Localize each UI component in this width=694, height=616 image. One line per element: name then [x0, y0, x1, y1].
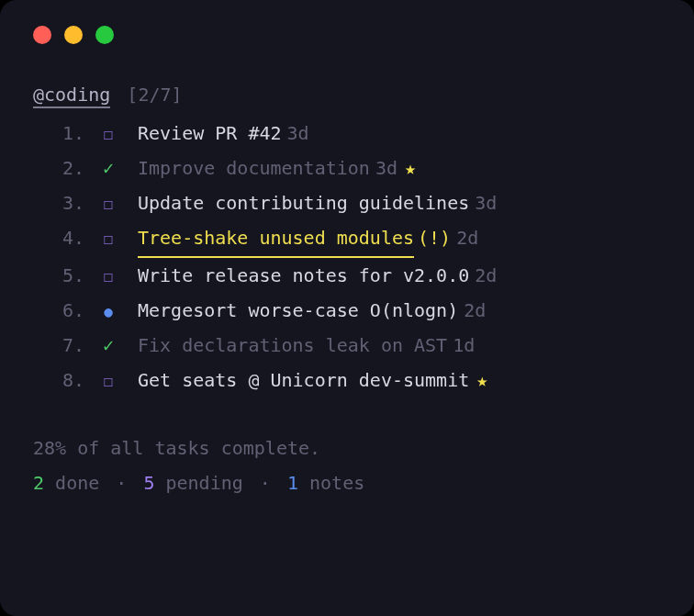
- task-number: 3.: [33, 185, 84, 220]
- separator: ·: [116, 472, 127, 494]
- task-list: 1.☐Review PR #423d2.✓Improve documentati…: [33, 116, 661, 398]
- stats-line: 2 done · 5 pending · 1 notes: [33, 465, 661, 500]
- task-row[interactable]: 4.☐Tree-shake unused modules (!)2d: [33, 220, 661, 258]
- checkbox-icon[interactable]: ☐: [95, 261, 121, 292]
- task-number: 4.: [33, 220, 84, 255]
- tag-label[interactable]: @coding: [33, 84, 110, 108]
- task-text: Update contributing guidelines: [138, 185, 469, 220]
- pending-count: 5: [143, 472, 154, 494]
- task-age: 2d: [475, 258, 497, 293]
- task-row[interactable]: 5.☐Write release notes for v2.0.02d: [33, 258, 661, 293]
- maximize-icon[interactable]: [95, 26, 114, 44]
- notes-label: notes: [298, 472, 364, 494]
- task-row[interactable]: 6.●Mergesort worse-case O(nlogn)2d: [33, 293, 661, 328]
- task-text: Improve documentation: [138, 151, 370, 185]
- task-age: 2d: [456, 220, 478, 255]
- star-icon[interactable]: ★: [405, 151, 416, 185]
- list-header: @coding [2/7]: [33, 77, 661, 112]
- task-age: 2d: [464, 293, 486, 328]
- star-icon[interactable]: ★: [476, 363, 487, 398]
- task-text: Write release notes for v2.0.0: [138, 258, 469, 293]
- task-row[interactable]: 8.☐Get seats @ Unicorn dev-summit★: [33, 363, 661, 398]
- task-age: 3d: [475, 185, 497, 220]
- task-row[interactable]: 7.✓Fix declarations leak on AST1d: [33, 328, 661, 363]
- window-controls: [33, 26, 661, 44]
- terminal-window: @coding [2/7] 1.☐Review PR #423d2.✓Impro…: [0, 0, 694, 616]
- task-number: 2.: [33, 151, 84, 185]
- task-row[interactable]: 1.☐Review PR #423d: [33, 116, 661, 151]
- task-text: Fix declarations leak on AST: [138, 328, 447, 363]
- checkbox-icon[interactable]: ☐: [95, 223, 121, 254]
- task-number: 6.: [33, 293, 84, 328]
- close-icon[interactable]: [33, 26, 51, 44]
- progress-summary: 28% of all tasks complete.: [33, 431, 661, 465]
- task-text: Get seats @ Unicorn dev-summit: [138, 363, 469, 398]
- task-text: Mergesort worse-case O(nlogn): [138, 293, 458, 328]
- task-number: 5.: [33, 258, 84, 293]
- footer: 28% of all tasks complete. 2 done · 5 pe…: [33, 431, 661, 500]
- note-bullet-icon[interactable]: ●: [95, 298, 121, 326]
- task-text: Review PR #42: [138, 116, 282, 151]
- pending-label: pending: [154, 472, 242, 494]
- done-label: done: [44, 472, 99, 494]
- priority-flag: (!): [418, 220, 451, 255]
- done-count: 2: [33, 472, 44, 494]
- minimize-icon[interactable]: [64, 26, 83, 44]
- checkbox-icon[interactable]: ☐: [95, 188, 121, 219]
- notes-count: 1: [287, 472, 298, 494]
- checkbox-icon[interactable]: ☐: [95, 365, 121, 397]
- task-text: Tree-shake unused modules: [138, 220, 414, 258]
- task-row[interactable]: 2.✓Improve documentation3d★: [33, 151, 661, 185]
- task-number: 8.: [33, 363, 84, 398]
- task-counter: [2/7]: [127, 84, 182, 106]
- check-icon[interactable]: ✓: [95, 151, 121, 185]
- checkbox-icon[interactable]: ☐: [95, 118, 121, 150]
- task-age: 3d: [375, 151, 397, 185]
- separator: ·: [260, 472, 271, 494]
- task-age: 1d: [453, 328, 475, 363]
- task-number: 7.: [33, 328, 84, 363]
- task-row[interactable]: 3.☐Update contributing guidelines3d: [33, 185, 661, 220]
- task-number: 1.: [33, 116, 84, 151]
- task-age: 3d: [287, 116, 309, 151]
- check-icon[interactable]: ✓: [95, 328, 121, 363]
